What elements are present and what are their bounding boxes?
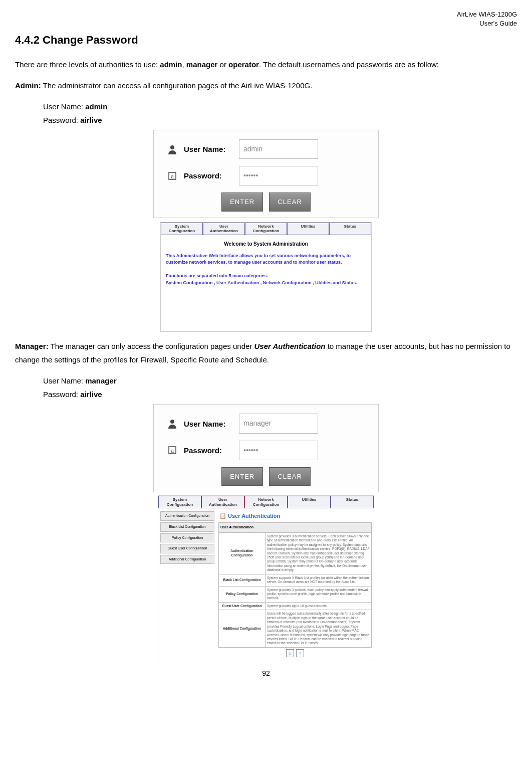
welcome-body: Welcome to System Administration This Ad… <box>161 235 371 332</box>
doc-header: AirLive WIAS-1200G User's Guide <box>15 10 517 28</box>
ua-footer-icons: ⌂ ↑ <box>218 648 372 659</box>
password-icon: a <box>166 444 179 457</box>
sidebar-auth-config[interactable]: Authentication Configuration <box>160 511 214 521</box>
tab-system-config[interactable]: SystemConfiguration <box>158 496 201 508</box>
ua-sidebar: Authentication Configuration Black List … <box>158 508 216 660</box>
user-icon <box>166 417 179 430</box>
username-input[interactable]: manager <box>239 414 318 433</box>
tab-utilities[interactable]: Utilities <box>288 496 331 508</box>
tab-network-config[interactable]: NetworkConfiguration <box>245 223 287 235</box>
welcome-line2: Functions are separated into 5 main cate… <box>166 273 366 280</box>
tab-status[interactable]: Status <box>329 223 371 235</box>
admin-welcome-panel: SystemConfiguration UserAuthentication N… <box>160 222 372 332</box>
intro-paragraph: There are three levels of authorities to… <box>15 58 517 71</box>
clear-button[interactable]: CLEAR <box>269 192 310 211</box>
product-name: AirLive WIAS-1200G <box>457 11 517 18</box>
sidebar-additional[interactable]: Additional Configuration <box>160 555 214 564</box>
sidebar-blacklist[interactable]: Black List Configuration <box>160 522 214 532</box>
welcome-line1: This Administrative Web Interface allows… <box>166 253 366 266</box>
admin-tabs: SystemConfiguration UserAuthentication N… <box>161 223 371 235</box>
username-input[interactable]: admin <box>239 139 318 159</box>
ua-title: 📋 User Authentication <box>219 511 372 521</box>
guide-name: User's Guide <box>479 20 517 27</box>
tab-status[interactable]: Status <box>331 496 374 508</box>
welcome-links: System Configuration , User Authenticati… <box>166 280 366 287</box>
password-label: Password: <box>184 444 239 457</box>
top-icon[interactable]: ↑ <box>296 649 304 657</box>
svg-point-0 <box>170 145 174 149</box>
admin-login-figure: User Name: admin a Password: •••••• ENTE… <box>15 130 517 332</box>
svg-text:a: a <box>171 174 174 179</box>
tab-network-config[interactable]: NetworkConfiguration <box>244 496 288 508</box>
home-icon[interactable]: ⌂ <box>286 649 294 657</box>
section-number: 4.4.2 <box>15 34 40 46</box>
table-row: Additional ConfigurationUsers will be lo… <box>219 610 372 648</box>
tab-utilities[interactable]: Utilities <box>287 223 329 235</box>
user-icon <box>166 143 179 156</box>
password-input[interactable]: •••••• <box>239 441 318 460</box>
password-input[interactable]: •••••• <box>239 166 318 185</box>
ua-table: User Authentication Authentication Confi… <box>218 522 372 648</box>
ua-main: 📋 User Authentication User Authenticatio… <box>216 508 374 660</box>
username-label: User Name: <box>184 417 239 431</box>
admin-creds: User Name: admin Password: airlive <box>15 100 517 127</box>
section-title: Change Password <box>43 34 138 46</box>
password-icon: a <box>166 169 179 182</box>
welcome-title: Welcome to System Administration <box>166 240 366 248</box>
admin-desc: Admin: The administrator can access all … <box>15 79 517 92</box>
page-number: 92 <box>15 667 517 680</box>
login-dialog-admin: User Name: admin a Password: •••••• ENTE… <box>153 130 379 218</box>
table-row: Black List ConfigurationSystem supports … <box>219 574 372 586</box>
tab-user-auth[interactable]: UserAuthentication <box>201 496 244 508</box>
ua-table-header: User Authentication <box>219 523 372 533</box>
sidebar-policy[interactable]: Policy Configuration <box>160 533 214 543</box>
table-row: Authentication ConfigurationSystem provi… <box>219 532 372 574</box>
manager-creds: User Name: manager Password: airlive <box>15 374 517 401</box>
login-dialog-manager: User Name: manager a Password: •••••• EN… <box>153 404 379 492</box>
password-label: Password: <box>184 169 239 182</box>
manager-login-figure: User Name: manager a Password: •••••• EN… <box>15 404 517 661</box>
clear-button[interactable]: CLEAR <box>269 467 310 486</box>
svg-text:a: a <box>171 448 174 454</box>
enter-button[interactable]: ENTER <box>221 192 263 211</box>
username-label: User Name: <box>184 142 239 156</box>
section-heading: 4.4.2 Change Password <box>15 30 517 50</box>
table-row: Policy ConfigurationSystem provides 3 po… <box>219 586 372 602</box>
svg-point-3 <box>170 420 174 424</box>
tab-user-auth[interactable]: UserAuthentication <box>203 223 245 235</box>
sidebar-guest[interactable]: Guest User Configuration <box>160 544 214 553</box>
manager-tabs: SystemConfiguration UserAuthentication N… <box>158 496 374 508</box>
tab-system-config[interactable]: SystemConfiguration <box>161 223 203 235</box>
manager-desc: Manager: The manager can only access the… <box>15 339 517 366</box>
user-auth-panel: SystemConfiguration UserAuthentication N… <box>158 495 374 661</box>
table-row: Guest User ConfigurationSystem provides … <box>219 602 372 610</box>
enter-button[interactable]: ENTER <box>221 467 263 486</box>
